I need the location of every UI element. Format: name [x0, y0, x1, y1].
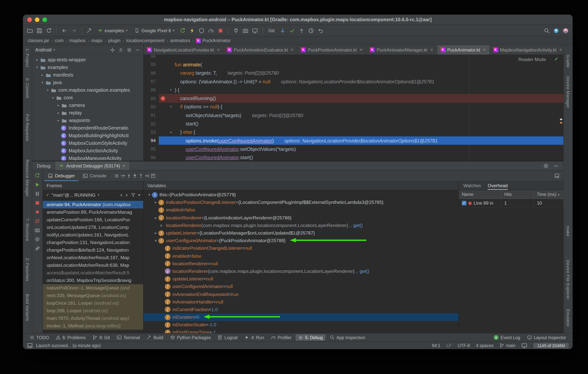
editor-tab-puckanimationevaluator-kt[interactable]: KPuckAnimationEvaluator.kt✕	[223, 45, 297, 54]
tool-window-button-5-debug[interactable]: 5: Debug	[296, 334, 326, 341]
tree-chevron-icon[interactable]: ▸	[40, 73, 45, 77]
view-breakpoints-icon[interactable]	[34, 209, 40, 215]
variable-row-mDurationScale[interactable]: fmDurationScale = -1.0	[144, 321, 458, 329]
project-tree-item[interactable]: CMapboxCustomStyleActivity	[32, 139, 143, 147]
editor-tab-puckpositionanimator-kt[interactable]: KPuckPositionAnimator.kt✕	[298, 45, 367, 54]
tree-chevron-icon[interactable]: ▾	[153, 239, 158, 243]
code-line-93[interactable]: 93▴ } else {	[144, 128, 563, 136]
tab-watches[interactable]: Watches	[463, 182, 481, 190]
attach-debugger-icon[interactable]	[233, 27, 239, 33]
tool-stripe-button-pull-requests[interactable]: Pull Requests	[25, 114, 30, 141]
thread-dump-icon[interactable]	[34, 227, 40, 233]
tool-stripe-button-1-project[interactable]: 1: Project	[25, 49, 30, 67]
project-tree-item[interactable]: ▾com.mapbox.navigation.examples	[32, 86, 143, 94]
stack-frame-row[interactable]: notifyLocationUpdates:161, NavigationL	[43, 231, 143, 239]
variable-row-mFirstFrameTime[interactable]: fmFirstFrameTime = -1	[144, 329, 458, 333]
project-tree-item[interactable]: ▾java	[32, 79, 143, 86]
open-folder-icon[interactable]	[27, 27, 33, 33]
tool-stripe-button-resource-manager[interactable]: Resource Manager	[25, 160, 30, 197]
tree-chevron-icon[interactable]: ▸	[153, 231, 158, 235]
step-out-icon[interactable]	[138, 173, 144, 179]
close-icon[interactable]: ✕	[291, 48, 294, 52]
close-icon[interactable]: ✕	[217, 48, 220, 52]
code-line-90[interactable]: 90▾ if (options == null) {	[144, 103, 563, 111]
variable-row-this[interactable]: ▾tthis = {PuckPositionAnimator@25779}	[144, 191, 458, 199]
step-over-icon[interactable]	[120, 173, 126, 179]
stack-frame-row[interactable]: nativePollOnce:-1, MessageQueue (and	[43, 284, 143, 292]
debug-session-tab[interactable]: Android Debugger (53174) ✕	[55, 161, 129, 170]
debugger-tab-debugger[interactable]: Debugger	[44, 171, 78, 181]
stack-frame-row[interactable]: onNewLocationMatcherResult:187, Map	[43, 254, 143, 261]
device-screenshot-icon[interactable]	[243, 27, 249, 33]
git-commit-icon[interactable]	[289, 27, 295, 33]
code-line-95[interactable]: 95 userConfiguredAnimator.setObjectValue…	[144, 145, 563, 153]
project-tree-item[interactable]: ▸manifests	[32, 71, 143, 79]
run-configuration-selector[interactable]: examples▾	[96, 27, 129, 33]
back-icon[interactable]	[61, 27, 67, 33]
breadcrumb-item[interactable]: mapbox	[69, 38, 85, 43]
stack-frame-row[interactable]: invoke:-1, Method (java.lang.reflect)	[43, 322, 143, 330]
variable-row-userConfiguredAnimator[interactable]: ▾fuserConfiguredAnimator = {PuckPosition…	[144, 237, 458, 245]
breadcrumb-item[interactable]: plugin	[108, 38, 120, 43]
tool-stripe-button-7-structure[interactable]: 7: Structure	[25, 218, 30, 241]
caret-position-widget[interactable]: 94:1	[432, 343, 441, 348]
code-line-85[interactable]: 85fun animate(	[144, 60, 563, 69]
ide-update-icon[interactable]	[553, 27, 559, 33]
variable-row-enabled[interactable]: fenabled = false	[144, 206, 458, 214]
previous-frame-icon[interactable]: ∧	[120, 193, 123, 197]
editor-scrollbar[interactable]	[559, 55, 563, 161]
line-separator-widget[interactable]: LF	[446, 343, 452, 348]
tree-chevron-icon[interactable]: ▾	[45, 88, 50, 92]
collapse-all-icon[interactable]	[118, 47, 124, 53]
history-icon[interactable]	[308, 27, 314, 33]
stack-frame-row[interactable]: onLocationUpdated:278, LocationComp	[43, 224, 143, 231]
variable-row-userConfiguredAnimator[interactable]: fuserConfiguredAnimator = null	[144, 283, 458, 290]
overhead-row[interactable]: ✓Line 89 in110	[459, 199, 563, 208]
stack-frame-row[interactable]: updateLocationMatcherResult:638, Map	[43, 261, 143, 269]
project-tree-item[interactable]: ▾examples	[32, 64, 143, 71]
variable-row-mDuration[interactable]: fmDuration = 0	[144, 313, 458, 321]
tool-window-button-python-packages[interactable]: Python Packages	[168, 334, 213, 341]
stack-frame-row[interactable]: animate:94, PuckAnimator (com.mapbox	[43, 201, 143, 208]
encoding-widget[interactable]: UTF-8	[458, 343, 470, 348]
apply-changes-icon[interactable]	[189, 27, 195, 33]
code-line-84[interactable]: 84	[144, 55, 563, 60]
reader-mode-label[interactable]: Reader Mode	[518, 57, 546, 62]
forward-icon[interactable]	[71, 27, 77, 33]
tree-chevron-icon[interactable]: ▸	[34, 58, 40, 62]
step-into-icon[interactable]	[126, 173, 131, 179]
tool-window-button-9-git[interactable]: 9: Git	[90, 334, 113, 341]
pause-icon[interactable]	[34, 191, 40, 197]
close-window-button[interactable]	[27, 17, 32, 22]
variable-row-locationRenderer[interactable]: ▸flocationRenderer = {LocationIndicatorL…	[144, 214, 458, 222]
breadcrumb-item[interactable]: classes.jar	[28, 38, 49, 43]
zoom-window-button[interactable]	[42, 17, 47, 22]
breadcrumb-item[interactable]: KPuckAnimator	[196, 38, 231, 43]
editor-tab-navigationlocationprovider-kt[interactable]: KNavigationLocationProvider.kt✕	[144, 45, 223, 54]
user-avatar-icon[interactable]	[563, 27, 569, 33]
close-icon[interactable]: ✕	[122, 164, 126, 168]
tool-stripe-button-2-favorites[interactable]: 2: Favorites	[25, 258, 30, 281]
evaluate-icon[interactable]	[150, 173, 156, 179]
build-hammer-icon[interactable]	[86, 27, 93, 33]
tool-window-button-terminal[interactable]: Terminal	[114, 334, 143, 341]
breadcrumb-item[interactable]: animators	[170, 38, 190, 43]
pin-icon[interactable]	[34, 246, 40, 251]
gear-icon[interactable]	[126, 47, 132, 53]
stack-frame-row[interactable]: loopOnce:161, Looper (android.os)	[43, 299, 143, 307]
column-header-hits[interactable]: Hits	[501, 190, 534, 199]
tree-chevron-icon[interactable]: ▸	[56, 111, 61, 115]
force-step-into-icon[interactable]	[132, 173, 137, 179]
stack-frame-row[interactable]: changePosition$default:124, Navigation	[43, 246, 143, 254]
column-header-time-ms-[interactable]: Time (ms)▾	[534, 190, 563, 199]
project-view-selector[interactable]: Android ▾	[35, 47, 55, 53]
project-tree-item[interactable]: ▾core	[32, 94, 143, 102]
close-icon[interactable]: ✕	[559, 48, 562, 52]
variable-row-locationRenderer[interactable]: flocationRenderer = null	[144, 260, 458, 267]
code-line-91[interactable]: 91 setObjectValues(*targets)targets: Poi…	[144, 111, 563, 119]
tool-window-button-4-run[interactable]: 4: Run	[242, 334, 267, 341]
breadcrumb-item[interactable]: maps	[91, 38, 103, 43]
run-to-cursor-icon[interactable]	[144, 173, 150, 179]
sync-icon[interactable]	[46, 27, 52, 33]
stop-icon[interactable]	[34, 200, 40, 206]
